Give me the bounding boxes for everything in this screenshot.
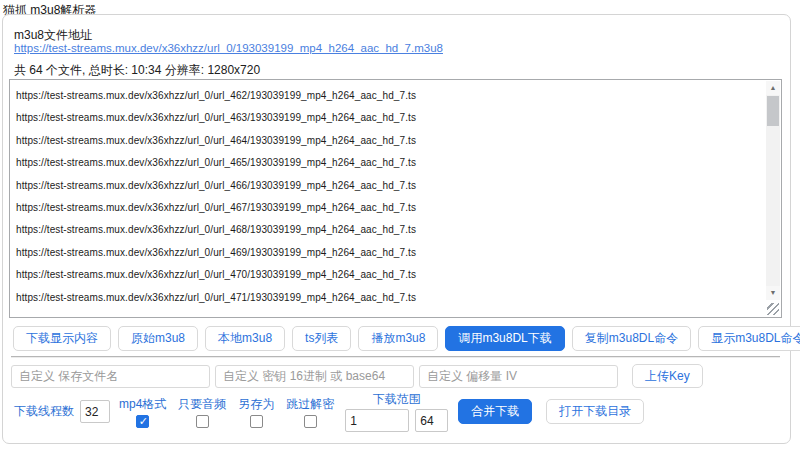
option-mp4-format: mp4格式 bbox=[116, 396, 169, 428]
save-filename-input[interactable] bbox=[11, 365, 210, 388]
download-options-row: 下载线程数 mp4格式 只要音频 另存为 跳过解密 下载范围 合并下载 打开下载… bbox=[14, 391, 644, 432]
threads-label: 下载线程数 bbox=[14, 403, 74, 420]
ts-url-line: https://test-streams.mux.dev/x36xhzz/url… bbox=[16, 264, 761, 286]
custom-key-input[interactable] bbox=[215, 365, 414, 388]
skip-decrypt-checkbox[interactable] bbox=[304, 415, 317, 428]
ts-url-line: https://test-streams.mux.dev/x36xhzz/url… bbox=[16, 219, 761, 241]
show-m3u8dl-command-button[interactable]: 显示m3u8DL命令 bbox=[698, 326, 800, 351]
file-stats-text: 共 64 个文件, 总时长: 10:34 分辨率: 1280x720 bbox=[14, 62, 260, 79]
ts-url-line: https://test-streams.mux.dev/x36xhzz/url… bbox=[16, 85, 761, 107]
upload-key-button[interactable]: 上传Key bbox=[632, 364, 703, 388]
m3u8-url-link[interactable]: https://test-streams.mux.dev/x36xhzz/url… bbox=[14, 42, 443, 54]
play-m3u8-button[interactable]: 播放m3u8 bbox=[358, 326, 438, 351]
scroll-down-icon[interactable]: ▼ bbox=[766, 286, 780, 300]
copy-m3u8dl-command-button[interactable]: 复制m3u8DL命令 bbox=[572, 326, 691, 351]
save-as-label: 另存为 bbox=[238, 396, 274, 413]
option-skip-decrypt: 跳过解密 bbox=[283, 396, 337, 428]
download-range-inputs bbox=[345, 409, 448, 432]
toolbar: 下载显示内容 原始m3u8 本地m3u8 ts列表 播放m3u8 调用m3u8D… bbox=[13, 326, 800, 351]
download-range-label: 下载范围 bbox=[373, 391, 421, 408]
option-save-as: 另存为 bbox=[235, 396, 277, 428]
ts-url-list: https://test-streams.mux.dev/x36xhzz/url… bbox=[16, 85, 761, 309]
ts-list-button[interactable]: ts列表 bbox=[292, 326, 351, 351]
download-shown-content-button[interactable]: 下载显示内容 bbox=[13, 326, 111, 351]
threads-input[interactable] bbox=[80, 400, 110, 423]
ts-url-line: https://test-streams.mux.dev/x36xhzz/url… bbox=[16, 197, 761, 219]
mp4-format-checkbox[interactable] bbox=[136, 415, 149, 428]
save-as-checkbox[interactable] bbox=[250, 415, 263, 428]
vertical-scrollbar[interactable]: ▲ ▼ bbox=[766, 81, 780, 300]
local-m3u8-button[interactable]: 本地m3u8 bbox=[205, 326, 285, 351]
custom-iv-input[interactable] bbox=[419, 365, 618, 388]
main-panel: m3u8文件地址 https://test-streams.mux.dev/x3… bbox=[2, 14, 791, 444]
audio-only-label: 只要音频 bbox=[178, 396, 226, 413]
ts-url-line: https://test-streams.mux.dev/x36xhzz/url… bbox=[16, 287, 761, 309]
divider bbox=[11, 356, 780, 358]
ts-url-line: https://test-streams.mux.dev/x36xhzz/url… bbox=[16, 107, 761, 129]
option-audio-only: 只要音频 bbox=[175, 396, 229, 428]
audio-only-checkbox[interactable] bbox=[196, 415, 209, 428]
ts-url-line: https://test-streams.mux.dev/x36xhzz/url… bbox=[16, 130, 761, 152]
scroll-up-icon[interactable]: ▲ bbox=[766, 81, 780, 95]
scrollbar-thumb[interactable] bbox=[767, 96, 779, 126]
range-start-input[interactable] bbox=[345, 409, 409, 432]
ts-url-line: https://test-streams.mux.dev/x36xhzz/url… bbox=[16, 152, 761, 174]
textarea-resize-grip-icon[interactable] bbox=[767, 303, 779, 315]
download-range-group: 下载范围 bbox=[345, 391, 448, 432]
range-end-input[interactable] bbox=[415, 409, 448, 432]
original-m3u8-button[interactable]: 原始m3u8 bbox=[118, 326, 198, 351]
skip-decrypt-label: 跳过解密 bbox=[286, 396, 334, 413]
ts-url-line: https://test-streams.mux.dev/x36xhzz/url… bbox=[16, 175, 761, 197]
ts-url-line: https://test-streams.mux.dev/x36xhzz/url… bbox=[16, 242, 761, 264]
mp4-format-label: mp4格式 bbox=[119, 396, 166, 413]
merge-download-button[interactable]: 合并下载 bbox=[458, 399, 532, 424]
invoke-m3u8dl-download-button[interactable]: 调用m3u8DL下载 bbox=[445, 326, 564, 351]
custom-inputs-row: 上传Key bbox=[11, 364, 703, 388]
open-download-dir-button[interactable]: 打开下载目录 bbox=[546, 399, 644, 424]
ts-url-textarea[interactable]: https://test-streams.mux.dev/x36xhzz/url… bbox=[9, 79, 782, 318]
